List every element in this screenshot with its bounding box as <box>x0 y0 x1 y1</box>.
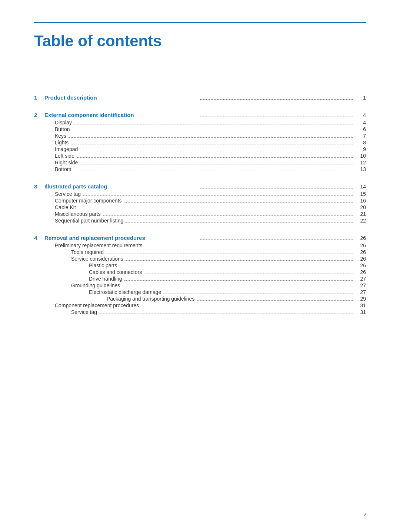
section-page: 4 <box>356 120 366 126</box>
list-item: Sequential part number listing22 <box>34 218 366 224</box>
list-item: Keys7 <box>34 133 366 139</box>
section-page: 10 <box>356 153 366 159</box>
list-item: Packaging and transporting guidelines29 <box>34 296 366 302</box>
section-page: 21 <box>356 211 366 217</box>
list-item: Grounding guidelines27 <box>34 282 366 288</box>
chapter-group-2: 2External component identification4Displ… <box>34 112 366 172</box>
chapter-dots-1 <box>200 99 353 100</box>
section-title[interactable]: Right side <box>55 160 78 165</box>
section-title[interactable]: Tools required <box>71 249 104 255</box>
list-item: Plastic parts26 <box>34 262 366 268</box>
section-dots <box>69 137 353 138</box>
section-page: 26 <box>356 249 366 255</box>
section-page: 16 <box>356 198 366 204</box>
chapter-page-2: 4 <box>356 112 366 118</box>
chapter-title-2[interactable]: External component identification <box>44 112 198 118</box>
section-page: 26 <box>356 262 366 268</box>
section-page: 6 <box>356 126 366 132</box>
section-dots <box>122 287 353 287</box>
section-title[interactable]: Cable Kit <box>55 204 76 210</box>
section-title[interactable]: Drive handling <box>89 276 122 282</box>
chapter-title-1[interactable]: Product description <box>44 94 198 101</box>
list-item: Miscellaneous parts21 <box>34 211 366 217</box>
section-title[interactable]: Service tag <box>71 309 97 315</box>
section-dots <box>80 151 353 151</box>
section-dots <box>144 274 353 274</box>
chapter-title-4[interactable]: Removal and replacement procedures <box>44 235 198 241</box>
chapter-page-4: 26 <box>356 235 366 241</box>
section-title[interactable]: Packaging and transporting guidelines <box>107 296 194 302</box>
section-dots <box>126 260 353 261</box>
section-title[interactable]: Computer major components <box>55 198 122 204</box>
list-item: Service considerations26 <box>34 256 366 262</box>
list-item: Imagepad9 <box>34 146 366 152</box>
list-item: Left side10 <box>34 153 366 159</box>
list-item: Display4 <box>34 120 366 126</box>
list-item: Drive handling27 <box>34 276 366 282</box>
chapter-row-1: 1Product description1 <box>34 94 366 101</box>
chapter-row-3: 3Illustrated parts catalog14 <box>34 183 366 190</box>
section-title[interactable]: Cables and connectors <box>89 269 142 275</box>
section-dots <box>71 144 353 144</box>
section-page: 26 <box>356 242 366 248</box>
list-item: Service tag15 <box>34 191 366 197</box>
list-item: Component replacement procedures31 <box>34 302 366 308</box>
section-dots <box>141 307 353 307</box>
list-item: Tools required26 <box>34 249 366 255</box>
list-item: Lights8 <box>34 140 366 145</box>
section-title[interactable]: Grounding guidelines <box>71 282 120 288</box>
list-item: Bottom13 <box>34 166 366 172</box>
toc-entries: 1Product description12External component… <box>34 94 366 315</box>
chapter-num-3: 3 <box>34 183 44 190</box>
section-page: 26 <box>356 269 366 275</box>
chapter-num-1: 1 <box>34 94 44 101</box>
section-dots <box>78 209 353 209</box>
list-item: Cable Kit20 <box>34 204 366 210</box>
section-dots <box>119 267 353 267</box>
section-dots <box>163 294 353 294</box>
chapter-title-3[interactable]: Illustrated parts catalog <box>44 183 198 190</box>
section-title[interactable]: Electrostatic discharge damage <box>89 289 161 295</box>
section-page: 22 <box>356 218 366 224</box>
section-title[interactable]: Service considerations <box>71 256 123 262</box>
chapter-group-4: 4Removal and replacement procedures26Pre… <box>34 235 366 315</box>
chapter-page-3: 14 <box>356 184 366 190</box>
section-dots <box>124 202 353 203</box>
section-dots <box>74 124 353 124</box>
section-dots <box>99 314 353 314</box>
chapter-num-4: 4 <box>34 235 44 241</box>
section-page: 27 <box>356 289 366 295</box>
top-rule <box>34 22 366 23</box>
section-title[interactable]: Bottom <box>55 166 71 172</box>
section-title[interactable]: Component replacement procedures <box>55 302 139 308</box>
section-page: 27 <box>356 282 366 288</box>
section-dots <box>83 195 353 196</box>
page-container: Table of contents 1Product description12… <box>0 0 400 532</box>
section-dots <box>80 164 353 164</box>
section-title[interactable]: Button <box>55 126 70 132</box>
section-title[interactable]: Lights <box>55 140 69 145</box>
section-page: 27 <box>356 276 366 282</box>
section-dots <box>77 157 353 158</box>
section-dots <box>106 254 353 254</box>
section-dots <box>197 300 353 301</box>
section-page: 9 <box>356 146 366 152</box>
list-item: Cables and connectors26 <box>34 269 366 275</box>
section-title[interactable]: Display <box>55 120 72 126</box>
section-title[interactable]: Service tag <box>55 191 81 197</box>
list-item: Electrostatic discharge damage27 <box>34 289 366 295</box>
section-title[interactable]: Keys <box>55 133 66 139</box>
section-page: 15 <box>356 191 366 197</box>
section-title[interactable]: Preliminary replacement requirements <box>55 242 143 248</box>
section-dots <box>103 215 353 216</box>
section-title[interactable]: Left side <box>55 153 74 159</box>
section-page: 29 <box>356 296 366 302</box>
section-title[interactable]: Sequential part number listing <box>55 218 123 224</box>
chapter-dots-3 <box>200 188 353 188</box>
section-title[interactable]: Plastic parts <box>89 262 117 268</box>
section-title[interactable]: Miscellaneous parts <box>55 211 101 217</box>
section-title[interactable]: Imagepad <box>55 146 78 152</box>
section-dots <box>72 131 353 131</box>
page-title: Table of contents <box>34 32 366 50</box>
chapter-num-2: 2 <box>34 112 44 118</box>
